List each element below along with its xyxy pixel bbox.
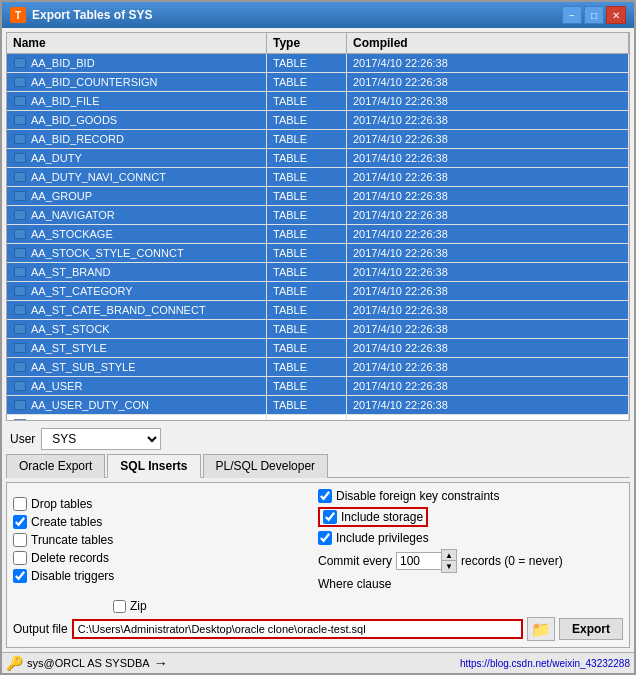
table-row[interactable]: AA_BID_FILETABLE2017/4/10 22:26:38 xyxy=(7,92,629,111)
output-file-input[interactable] xyxy=(72,619,523,639)
disable-triggers-checkbox[interactable] xyxy=(13,569,27,583)
delete-records-checkbox[interactable] xyxy=(13,551,27,565)
table-row[interactable]: AA_BID_RECORDTABLE2017/4/10 22:26:38 xyxy=(7,130,629,149)
table-row[interactable]: AA_BID_GOODSTABLE2017/4/10 22:26:38 xyxy=(7,111,629,130)
table-row[interactable]: AA_DUTYTABLE2017/4/10 22:26:38 xyxy=(7,149,629,168)
table-row[interactable]: AA_ST_STYLETABLE2017/4/10 22:26:38 xyxy=(7,339,629,358)
cell-compiled: 2017/4/10 22:26:38 xyxy=(347,244,629,262)
maximize-button[interactable]: □ xyxy=(584,6,604,24)
table-row[interactable]: AA_BID_BIDTABLE2017/4/10 22:26:38 xyxy=(7,54,629,73)
row-icon xyxy=(13,227,27,241)
options-col-left: Drop tables Create tables Truncate table… xyxy=(13,497,318,587)
cell-type: TABLE xyxy=(267,377,347,395)
cell-name: AA_USER_DUTY_CON xyxy=(7,396,267,414)
row-icon xyxy=(13,170,27,184)
table-row[interactable]: AA_ST_CATEGORYTABLE2017/4/10 22:26:38 xyxy=(7,282,629,301)
cell-name: AA_DUTY xyxy=(7,149,267,167)
row-icon xyxy=(13,398,27,412)
cell-compiled: 2017/4/10 22:26:38 xyxy=(347,377,629,395)
column-header-name: Name xyxy=(7,33,267,53)
zip-row: Zip xyxy=(13,599,623,613)
table-row[interactable]: AA_STOCK_STYLE_CONNCTTABLE2017/4/10 22:2… xyxy=(7,244,629,263)
cell-name: AA_DUTY_NAVI_CONNCT xyxy=(7,168,267,186)
cell-compiled: 2017/4/10 22:26:38 xyxy=(347,206,629,224)
cell-compiled: 2017/4/10 22:26:38 xyxy=(347,301,629,319)
cell-type: TABLE xyxy=(267,282,347,300)
cell-name: AA_ST_CATEGORY xyxy=(7,282,267,300)
row-icon xyxy=(13,113,27,127)
cell-compiled: 2017/4/10 22:26:38 xyxy=(347,282,629,300)
watermark-text: https://blog.csdn.net/weixin_43232288 xyxy=(460,658,630,669)
cell-name: AA_ST_BRAND xyxy=(7,263,267,281)
table-row[interactable]: AA_DUTY_NAVI_CONNCTTABLE2017/4/10 22:26:… xyxy=(7,168,629,187)
include-storage-item: Include storage xyxy=(318,507,428,527)
table-row[interactable]: AA_USERTABLE2017/4/10 22:26:38 xyxy=(7,377,629,396)
cell-type: TABLE xyxy=(267,92,347,110)
cell-type: TABLE xyxy=(267,168,347,186)
create-tables-item: Create tables xyxy=(13,515,318,529)
user-dropdown[interactable]: SYS xyxy=(41,428,161,450)
output-file-row: Output file 📁 Export xyxy=(13,617,623,641)
row-icon xyxy=(13,284,27,298)
cell-compiled: 2017/4/10 22:26:38 xyxy=(347,73,629,91)
table-area: Name Type Compiled AA_BID_BIDTABLE2017/4… xyxy=(6,32,630,421)
cell-name: AA_ST_SUB_STYLE xyxy=(7,358,267,376)
cell-name: AA_ST_STOCK xyxy=(7,320,267,338)
where-clause-label: Where clause xyxy=(318,577,391,591)
cell-compiled: 2017/4/10 22:26:38 xyxy=(347,263,629,281)
zip-label: Zip xyxy=(130,599,147,613)
spinner-up-button[interactable]: ▲ xyxy=(442,550,456,561)
minimize-button[interactable]: − xyxy=(562,6,582,24)
table-row[interactable]: AA_STOCKAGETABLE2017/4/10 22:26:38 xyxy=(7,225,629,244)
table-row[interactable]: AA_ST_CATE_BRAND_CONNECTTABLE2017/4/10 2… xyxy=(7,301,629,320)
commit-every-spinner[interactable]: ▲ ▼ xyxy=(396,549,457,573)
disable-fk-label: Disable foreign key constraints xyxy=(336,489,499,503)
row-icon xyxy=(13,303,27,317)
delete-records-label: Delete records xyxy=(31,551,109,565)
cell-compiled: 2017/4/10 22:26:38 xyxy=(347,130,629,148)
cell-compiled: 2017/4/10 22:26:38 xyxy=(347,149,629,167)
table-row[interactable]: AA_BID_COUNTERSIGNTABLE2017/4/10 22:26:3… xyxy=(7,73,629,92)
include-privileges-checkbox[interactable] xyxy=(318,531,332,545)
cell-type: TABLE xyxy=(267,187,347,205)
tab-plsql-developer[interactable]: PL/SQL Developer xyxy=(203,454,329,478)
browse-button[interactable]: 📁 xyxy=(527,617,555,641)
disable-triggers-item: Disable triggers xyxy=(13,569,318,583)
main-window: T Export Tables of SYS − □ ✕ Name Type C… xyxy=(0,0,636,675)
column-header-compiled: Compiled xyxy=(347,33,629,53)
drop-tables-checkbox[interactable] xyxy=(13,497,27,511)
tab-sql-inserts[interactable]: SQL Inserts xyxy=(107,454,200,478)
include-storage-checkbox[interactable] xyxy=(323,510,337,524)
status-text: sys@ORCL AS SYSDBA xyxy=(27,657,150,669)
commit-every-input[interactable] xyxy=(396,552,441,570)
title-controls: − □ ✕ xyxy=(562,6,626,24)
table-row[interactable]: AA_NAVIGATORTABLE2017/4/10 22:26:38 xyxy=(7,206,629,225)
truncate-tables-checkbox[interactable] xyxy=(13,533,27,547)
status-arrow: → xyxy=(154,655,168,671)
table-row[interactable]: AA_ST_BRANDTABLE2017/4/10 22:26:38 xyxy=(7,263,629,282)
cell-type: TABLE xyxy=(267,111,347,129)
cell-name: AA_STOCK_STYLE_CONNCT xyxy=(7,244,267,262)
main-content: Name Type Compiled AA_BID_BIDTABLE2017/4… xyxy=(2,28,634,652)
create-tables-checkbox[interactable] xyxy=(13,515,27,529)
table-row[interactable]: AA_GROUPTABLE2017/4/10 22:26:38 xyxy=(7,187,629,206)
table-row[interactable]: ACCESSSTABLE2010/3/30 10:07:50 xyxy=(7,415,629,420)
disable-fk-checkbox[interactable] xyxy=(318,489,332,503)
export-button[interactable]: Export xyxy=(559,618,623,640)
delete-records-item: Delete records xyxy=(13,551,318,565)
row-icon xyxy=(13,379,27,393)
cell-compiled: 2010/3/30 10:07:50 xyxy=(347,415,629,420)
table-row[interactable]: AA_ST_STOCKTABLE2017/4/10 22:26:38 xyxy=(7,320,629,339)
commit-every-label: Commit every xyxy=(318,554,392,568)
table-body[interactable]: AA_BID_BIDTABLE2017/4/10 22:26:38AA_BID_… xyxy=(7,54,629,420)
cell-compiled: 2017/4/10 22:26:38 xyxy=(347,111,629,129)
spinner-down-button[interactable]: ▼ xyxy=(442,561,456,572)
drop-tables-item: Drop tables xyxy=(13,497,318,511)
truncate-tables-item: Truncate tables xyxy=(13,533,318,547)
table-row[interactable]: AA_USER_DUTY_CONTABLE2017/4/10 22:26:38 xyxy=(7,396,629,415)
drop-tables-label: Drop tables xyxy=(31,497,92,511)
tab-oracle-export[interactable]: Oracle Export xyxy=(6,454,105,478)
table-row[interactable]: AA_ST_SUB_STYLETABLE2017/4/10 22:26:38 xyxy=(7,358,629,377)
zip-checkbox[interactable] xyxy=(113,600,126,613)
close-button[interactable]: ✕ xyxy=(606,6,626,24)
